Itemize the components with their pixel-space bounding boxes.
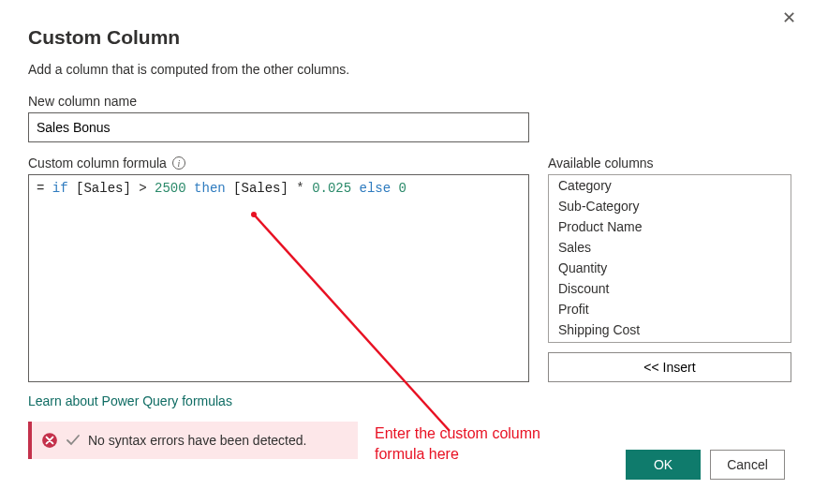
error-icon <box>41 432 58 449</box>
available-column-item[interactable]: Product Name <box>549 216 791 237</box>
available-column-item[interactable]: Shipping Cost <box>549 319 791 340</box>
available-columns-list[interactable]: CategorySub-CategoryProduct NameSalesQua… <box>548 174 791 343</box>
close-icon[interactable]: ✕ <box>782 7 796 28</box>
available-column-item[interactable]: Category <box>549 175 791 196</box>
available-column-item[interactable]: Quantity <box>549 258 791 278</box>
dialog-title: Custom Column <box>28 26 785 49</box>
available-columns-label: Available columns <box>548 156 791 170</box>
dialog-subtitle: Add a column that is computed from the o… <box>28 62 785 77</box>
status-text: No syntax errors have been detected. <box>88 433 306 448</box>
status-bar: No syntax errors have been detected. <box>28 422 358 459</box>
available-column-item[interactable]: Sub-Category <box>549 196 791 216</box>
available-column-item[interactable]: Profit <box>549 299 791 319</box>
check-icon <box>66 433 81 448</box>
available-column-item[interactable]: Sales <box>549 237 791 258</box>
cancel-button[interactable]: Cancel <box>710 450 785 480</box>
formula-editor[interactable]: = if [Sales] > 2500 then [Sales] * 0.025… <box>28 174 529 382</box>
column-name-input[interactable] <box>28 112 529 142</box>
info-icon[interactable]: i <box>172 156 185 170</box>
available-column-item[interactable]: Discount <box>549 278 791 299</box>
insert-button[interactable]: << Insert <box>548 352 791 382</box>
formula-label: Custom column formula i <box>28 156 529 170</box>
column-name-label: New column name <box>28 94 785 109</box>
ok-button[interactable]: OK <box>626 450 701 480</box>
learn-link[interactable]: Learn about Power Query formulas <box>28 393 232 408</box>
